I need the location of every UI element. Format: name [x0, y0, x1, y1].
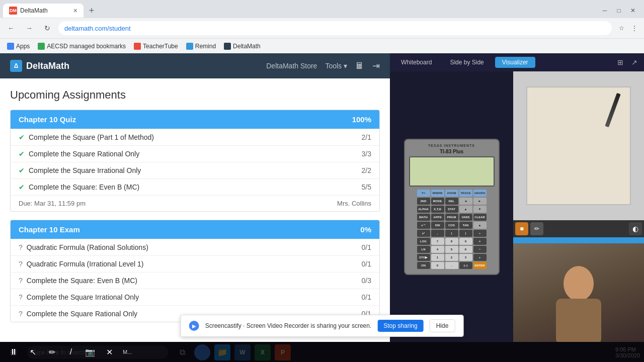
calc-btn-vars[interactable]: VARS	[459, 214, 472, 221]
calc-btn-tan[interactable]: TAN	[459, 222, 472, 229]
calc-btn-7[interactable]: 7	[431, 238, 444, 245]
bookmark-teachertube[interactable]: TeacherTube	[131, 42, 181, 51]
browser-tab[interactable]: DM DeltaMath ×	[3, 4, 84, 18]
list-item[interactable]: ✔ Complete the Square Irrational Only 2/…	[11, 162, 379, 178]
list-item[interactable]: ? Complete the Square Irrational Only 0/…	[11, 289, 379, 305]
calc-btn-log[interactable]: LOG	[417, 238, 430, 245]
calc-btn-mode[interactable]: MODE	[431, 198, 444, 205]
forward-button[interactable]: →	[22, 21, 36, 35]
stop-sharing-button[interactable]: Stop sharing	[377, 320, 423, 332]
calc-btn-1[interactable]: 1	[431, 254, 444, 261]
bookmark-remind[interactable]: Remind	[183, 42, 219, 51]
calc-btn-xto[interactable]: X,T,Θ	[431, 206, 444, 213]
close-toolbar-button[interactable]: ✕	[102, 344, 117, 359]
calc-btn-prgm[interactable]: PRGM	[445, 214, 458, 221]
list-item[interactable]: ✔ Complete the Square (Part 1 of Method)…	[11, 129, 379, 145]
bookmark-star-icon[interactable]: ☆	[616, 23, 627, 34]
list-item[interactable]: ✔ Complete the Square: Even B (MC) 5/5	[11, 178, 379, 195]
calc-btn-left[interactable]: ◄	[459, 198, 472, 205]
bookmark-deltamath[interactable]: DeltaMath	[221, 42, 264, 51]
calc-btn-cos[interactable]: COS	[445, 222, 458, 229]
calc-btn-up2[interactable]: ▲	[473, 222, 487, 229]
new-tab-button[interactable]: +	[86, 5, 98, 17]
pause-button[interactable]: ⏸	[6, 344, 21, 359]
calc-btn-zoom[interactable]: ZOOM	[445, 190, 458, 197]
calc-btn-lparen[interactable]: (	[445, 230, 458, 237]
calc-btn-ln[interactable]: LN	[417, 246, 430, 253]
calc-btn-2nd[interactable]: 2ND	[417, 198, 430, 205]
calc-btn-6[interactable]: 6	[459, 246, 472, 253]
side-by-side-button[interactable]: Side by Side	[443, 57, 491, 68]
calc-btn-apps[interactable]: APPS	[431, 214, 444, 221]
calc-btn-4[interactable]: 4	[431, 246, 444, 253]
calc-btn-2[interactable]: 2	[445, 254, 458, 261]
calc-btn-up[interactable]: ▲	[459, 206, 472, 213]
tools-dropdown[interactable]: Tools ▾	[325, 62, 347, 70]
list-item[interactable]: ? Complete the Square: Even B (MC) 0/3	[11, 272, 379, 289]
calc-btn-5[interactable]: 5	[445, 246, 458, 253]
logout-icon[interactable]: ⇥	[372, 60, 380, 71]
visualizer-button[interactable]: Visualizer	[495, 57, 535, 68]
pen-button[interactable]: ✏	[44, 344, 59, 359]
hide-button[interactable]: Hide	[430, 319, 455, 332]
calc-btn-del[interactable]: DEL	[445, 198, 458, 205]
expand-icon[interactable]: ↗	[629, 57, 640, 68]
tab-close-button[interactable]: ×	[73, 7, 77, 15]
bookmark-teachertube-label: TeacherTube	[143, 43, 178, 50]
calc-btn-div[interactable]: ÷	[473, 230, 487, 237]
calc-btn-window[interactable]: WNDW	[431, 190, 444, 197]
calc-btn-0[interactable]: 0	[431, 262, 444, 269]
bookmark-aecsd[interactable]: AECSD managed bookmarks	[35, 42, 129, 51]
list-item[interactable]: ✔ Complete the Square Rational Only 3/3	[11, 145, 379, 162]
calc-btn-plus[interactable]: +	[473, 254, 487, 261]
calc-btn-rparen[interactable]: )	[459, 230, 472, 237]
refresh-button[interactable]: ↻	[40, 21, 54, 35]
calc-btn-dot[interactable]: .	[445, 262, 458, 269]
calc-btn-3[interactable]: 3	[459, 254, 472, 261]
calc-btn-right[interactable]: ►	[473, 198, 487, 205]
calculator-icon[interactable]: 🖩	[355, 61, 364, 71]
calc-btn-enter[interactable]: ENTER	[473, 262, 487, 269]
bookmark-apps[interactable]: Apps	[4, 42, 33, 51]
pen-tool[interactable]: ✏	[530, 222, 543, 235]
card-header-quiz[interactable]: Chapter 10 Quiz 100%	[11, 110, 379, 129]
menu-icon[interactable]: ⋮	[629, 23, 640, 34]
list-item[interactable]: ? Quadratic Formula (Irrational Level 1)…	[11, 255, 379, 272]
calc-btn-8[interactable]: 8	[445, 238, 458, 245]
calc-btn-sto[interactable]: STO▶	[417, 254, 430, 261]
address-input[interactable]	[58, 21, 612, 35]
calc-btn-down[interactable]: ▼	[473, 206, 487, 213]
calc-btn-math[interactable]: MATH	[417, 214, 430, 221]
line-button[interactable]: /	[63, 344, 78, 359]
list-item[interactable]: ? Quadratic Formula (Rational Solutions)…	[11, 239, 379, 255]
calc-btn-stat[interactable]: STAT	[445, 206, 458, 213]
calc-btn-xinv[interactable]: x⁻¹	[417, 222, 430, 229]
close-window-button[interactable]: ✕	[627, 6, 639, 15]
color-wheel[interactable]: ◐	[629, 222, 642, 235]
calc-btn-minus[interactable]: −	[473, 246, 487, 253]
address-bar: ← → ↻ ☆ ⋮	[0, 18, 644, 38]
color-tool[interactable]: ■	[515, 222, 528, 235]
calc-btn-graph[interactable]: GRAPH	[473, 190, 487, 197]
calc-btn-sin[interactable]: SIN	[431, 222, 444, 229]
minimize-button[interactable]: ─	[599, 6, 611, 15]
back-button[interactable]: ←	[4, 21, 18, 35]
card-header-exam[interactable]: Chapter 10 Exam 0%	[11, 220, 379, 239]
window-controls: ─ □ ✕	[599, 6, 641, 15]
calc-btn-mult[interactable]: ×	[473, 238, 487, 245]
calc-btn-clear[interactable]: CLEAR	[473, 214, 487, 221]
cursor-button[interactable]: ↖	[25, 344, 40, 359]
maximize-button[interactable]: □	[613, 6, 625, 15]
calc-btn-on[interactable]: ON	[417, 262, 430, 269]
calc-btn-alpha[interactable]: ALPHA	[417, 206, 430, 213]
calc-btn-neg[interactable]: (–)	[459, 262, 472, 269]
calc-btn-9[interactable]: 9	[459, 238, 472, 245]
calc-btn-y=[interactable]: Y=	[417, 190, 430, 197]
calc-btn-trace[interactable]: TRACE	[459, 190, 472, 197]
calc-btn-xsq[interactable]: x²	[417, 230, 430, 237]
store-link[interactable]: DeltaMath Store	[266, 62, 317, 70]
calc-btn-comma[interactable]: ,	[431, 230, 444, 237]
grid-icon[interactable]: ⊞	[615, 57, 626, 68]
whiteboard-button[interactable]: Whiteboard	[394, 57, 439, 68]
camera-button[interactable]: 📷	[83, 344, 98, 359]
